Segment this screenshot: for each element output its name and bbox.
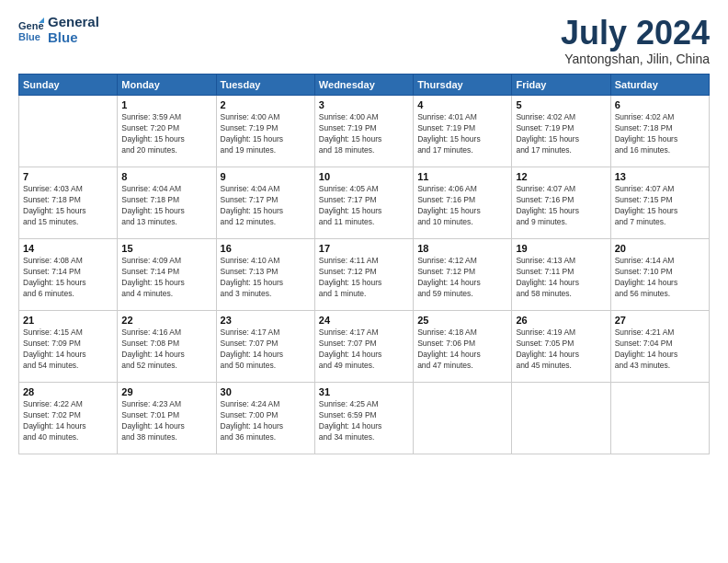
calendar-cell: 31Sunrise: 4:25 AM Sunset: 6:59 PM Dayli… (314, 382, 413, 454)
calendar-cell: 12Sunrise: 4:07 AM Sunset: 7:16 PM Dayli… (512, 167, 610, 238)
day-number: 20 (615, 242, 705, 256)
header-cell-thursday: Thursday (414, 74, 512, 95)
day-number: 9 (221, 170, 311, 184)
day-number: 24 (319, 314, 409, 327)
calendar-cell: 24Sunrise: 4:17 AM Sunset: 7:07 PM Dayli… (314, 310, 413, 382)
day-number: 21 (23, 314, 113, 327)
day-number: 14 (23, 242, 113, 256)
cell-info: Sunrise: 4:17 AM Sunset: 7:07 PM Dayligh… (221, 327, 311, 372)
cell-info: Sunrise: 4:11 AM Sunset: 7:12 PM Dayligh… (319, 256, 409, 300)
cell-info: Sunrise: 4:02 AM Sunset: 7:19 PM Dayligh… (516, 112, 606, 156)
calendar-cell: 30Sunrise: 4:24 AM Sunset: 7:00 PM Dayli… (216, 382, 314, 454)
calendar-page: General Blue General Blue July 2024 Yant… (0, 0, 728, 563)
day-number: 31 (319, 385, 409, 399)
cell-info: Sunrise: 4:07 AM Sunset: 7:15 PM Dayligh… (615, 184, 705, 228)
cell-info: Sunrise: 4:14 AM Sunset: 7:10 PM Dayligh… (615, 256, 705, 300)
calendar-cell: 17Sunrise: 4:11 AM Sunset: 7:12 PM Dayli… (314, 238, 413, 310)
week-row-2: 14Sunrise: 4:08 AM Sunset: 7:14 PM Dayli… (19, 238, 710, 310)
calendar-cell: 11Sunrise: 4:06 AM Sunset: 7:16 PM Dayli… (414, 167, 512, 238)
day-number: 3 (319, 98, 409, 112)
calendar-cell: 14Sunrise: 4:08 AM Sunset: 7:14 PM Dayli… (19, 238, 118, 310)
day-number: 12 (516, 170, 606, 184)
logo-line2: Blue (48, 30, 99, 46)
header-cell-saturday: Saturday (610, 74, 709, 95)
day-number: 30 (221, 385, 311, 399)
calendar-cell: 29Sunrise: 4:23 AM Sunset: 7:01 PM Dayli… (118, 382, 216, 454)
header-cell-monday: Monday (118, 74, 216, 95)
week-row-4: 28Sunrise: 4:22 AM Sunset: 7:02 PM Dayli… (19, 382, 710, 454)
week-row-3: 21Sunrise: 4:15 AM Sunset: 7:09 PM Dayli… (19, 310, 710, 382)
calendar-cell: 3Sunrise: 4:00 AM Sunset: 7:19 PM Daylig… (314, 95, 413, 167)
day-number: 13 (615, 170, 705, 184)
day-number: 5 (516, 98, 606, 112)
cell-info: Sunrise: 4:17 AM Sunset: 7:07 PM Dayligh… (319, 327, 409, 372)
cell-info: Sunrise: 4:12 AM Sunset: 7:12 PM Dayligh… (417, 256, 507, 300)
cell-info: Sunrise: 4:04 AM Sunset: 7:17 PM Dayligh… (221, 184, 311, 228)
logo-line1: General (48, 15, 99, 30)
calendar-cell: 15Sunrise: 4:09 AM Sunset: 7:14 PM Dayli… (118, 238, 216, 310)
calendar-cell: 20Sunrise: 4:14 AM Sunset: 7:10 PM Dayli… (610, 238, 709, 310)
logo-icon: General Blue (18, 17, 44, 43)
day-number: 10 (319, 170, 409, 184)
cell-info: Sunrise: 4:07 AM Sunset: 7:16 PM Dayligh… (516, 184, 606, 228)
title-block: July 2024 Yantongshan, Jilin, China (561, 15, 710, 66)
calendar-cell: 22Sunrise: 4:16 AM Sunset: 7:08 PM Dayli… (118, 310, 216, 382)
cell-info: Sunrise: 4:18 AM Sunset: 7:06 PM Dayligh… (417, 327, 507, 372)
cell-info: Sunrise: 4:09 AM Sunset: 7:14 PM Dayligh… (121, 256, 211, 300)
day-number: 28 (23, 385, 113, 399)
calendar-cell: 13Sunrise: 4:07 AM Sunset: 7:15 PM Dayli… (610, 167, 709, 238)
calendar-cell: 16Sunrise: 4:10 AM Sunset: 7:13 PM Dayli… (216, 238, 314, 310)
cell-info: Sunrise: 4:15 AM Sunset: 7:09 PM Dayligh… (23, 327, 113, 372)
cell-info: Sunrise: 4:22 AM Sunset: 7:02 PM Dayligh… (23, 399, 113, 443)
calendar-cell: 1Sunrise: 3:59 AM Sunset: 7:20 PM Daylig… (118, 95, 216, 167)
cell-info: Sunrise: 4:06 AM Sunset: 7:16 PM Dayligh… (417, 184, 507, 228)
header-row: SundayMondayTuesdayWednesdayThursdayFrid… (19, 74, 710, 95)
calendar-cell: 19Sunrise: 4:13 AM Sunset: 7:11 PM Dayli… (512, 238, 610, 310)
calendar-table: SundayMondayTuesdayWednesdayThursdayFrid… (18, 74, 710, 454)
day-number: 6 (615, 98, 705, 112)
day-number: 19 (516, 242, 606, 256)
cell-info: Sunrise: 4:13 AM Sunset: 7:11 PM Dayligh… (516, 256, 606, 300)
month-title: July 2024 (561, 15, 710, 52)
calendar-cell (19, 95, 118, 167)
cell-info: Sunrise: 4:05 AM Sunset: 7:17 PM Dayligh… (319, 184, 409, 228)
cell-info: Sunrise: 4:23 AM Sunset: 7:01 PM Dayligh… (121, 399, 211, 443)
header-cell-sunday: Sunday (19, 74, 118, 95)
calendar-cell: 28Sunrise: 4:22 AM Sunset: 7:02 PM Dayli… (19, 382, 118, 454)
cell-info: Sunrise: 4:00 AM Sunset: 7:19 PM Dayligh… (319, 112, 409, 156)
calendar-cell: 23Sunrise: 4:17 AM Sunset: 7:07 PM Dayli… (216, 310, 314, 382)
calendar-cell (512, 382, 610, 454)
cell-info: Sunrise: 4:10 AM Sunset: 7:13 PM Dayligh… (221, 256, 311, 300)
calendar-cell: 18Sunrise: 4:12 AM Sunset: 7:12 PM Dayli… (414, 238, 512, 310)
cell-info: Sunrise: 4:24 AM Sunset: 7:00 PM Dayligh… (221, 399, 311, 443)
day-number: 1 (121, 98, 211, 112)
header-cell-friday: Friday (512, 74, 610, 95)
cell-info: Sunrise: 4:25 AM Sunset: 6:59 PM Dayligh… (319, 399, 409, 443)
day-number: 25 (417, 314, 507, 327)
cell-info: Sunrise: 4:01 AM Sunset: 7:19 PM Dayligh… (417, 112, 507, 156)
day-number: 11 (417, 170, 507, 184)
calendar-cell: 8Sunrise: 4:04 AM Sunset: 7:18 PM Daylig… (118, 167, 216, 238)
day-number: 22 (121, 314, 211, 327)
day-number: 4 (417, 98, 507, 112)
day-number: 8 (121, 170, 211, 184)
calendar-cell: 9Sunrise: 4:04 AM Sunset: 7:17 PM Daylig… (216, 167, 314, 238)
location-subtitle: Yantongshan, Jilin, China (561, 52, 710, 66)
calendar-cell: 5Sunrise: 4:02 AM Sunset: 7:19 PM Daylig… (512, 95, 610, 167)
cell-info: Sunrise: 4:00 AM Sunset: 7:19 PM Dayligh… (221, 112, 311, 156)
calendar-cell: 7Sunrise: 4:03 AM Sunset: 7:18 PM Daylig… (19, 167, 118, 238)
calendar-cell: 26Sunrise: 4:19 AM Sunset: 7:05 PM Dayli… (512, 310, 610, 382)
day-number: 2 (221, 98, 311, 112)
svg-text:Blue: Blue (18, 31, 40, 42)
cell-info: Sunrise: 4:21 AM Sunset: 7:04 PM Dayligh… (615, 327, 705, 372)
header: General Blue General Blue July 2024 Yant… (18, 15, 710, 66)
calendar-cell: 21Sunrise: 4:15 AM Sunset: 7:09 PM Dayli… (19, 310, 118, 382)
day-number: 26 (516, 314, 606, 327)
day-number: 15 (121, 242, 211, 256)
calendar-cell: 27Sunrise: 4:21 AM Sunset: 7:04 PM Dayli… (610, 310, 709, 382)
logo-text: General Blue (48, 15, 99, 45)
calendar-cell: 10Sunrise: 4:05 AM Sunset: 7:17 PM Dayli… (314, 167, 413, 238)
cell-info: Sunrise: 4:03 AM Sunset: 7:18 PM Dayligh… (23, 184, 113, 228)
day-number: 17 (319, 242, 409, 256)
calendar-cell: 4Sunrise: 4:01 AM Sunset: 7:19 PM Daylig… (414, 95, 512, 167)
